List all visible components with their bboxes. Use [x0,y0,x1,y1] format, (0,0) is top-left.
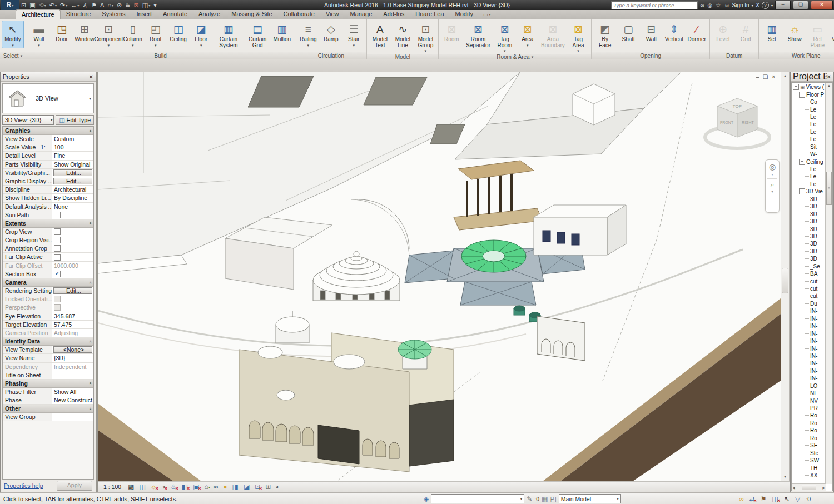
collapse-icon[interactable]: » [87,382,92,385]
property-edit-button[interactable]: Edit... [53,287,92,294]
viewer-button[interactable]: ◉Viewer [829,21,834,44]
tab-view[interactable]: View [320,9,345,19]
unpin-icon[interactable]: ◫× [772,496,778,502]
crop-region-icon[interactable]: ▣× [193,483,199,490]
revit-logo-button[interactable]: R▾ [1,0,19,10]
property-checkbox[interactable] [54,237,61,243]
property-value[interactable]: None [52,203,93,211]
editable-only-icon[interactable]: ∞ [739,496,744,502]
steering-wheel-dropdown-icon[interactable]: ▾ [771,172,773,176]
wall-opening-button[interactable]: ⊟Wall [640,21,662,44]
tab-modify[interactable]: Modify [450,9,479,19]
view-close-icon[interactable]: × [772,74,775,80]
worksharing-display-icon[interactable]: ◨ [232,483,239,490]
thin-lines-button[interactable]: ≋ [123,1,132,9]
tag-area-button[interactable]: ⊠Tag Area▾ [567,21,589,54]
reveal-hidden-elements-icon[interactable]: ● [223,483,227,490]
view-restore-icon[interactable]: ❏ [763,74,768,80]
tab-structure[interactable]: Structure [61,9,97,19]
expander-icon[interactable]: − [799,92,805,98]
search-input[interactable] [611,1,698,9]
panel-label[interactable]: Datum [710,52,758,59]
vertical-opening-button[interactable]: ⇕Vertical [663,21,685,44]
panel-label[interactable]: Build [26,52,295,59]
tab-collaborate[interactable]: Collaborate [278,9,320,19]
section-header-extents[interactable]: Extents» [3,219,93,228]
wall-button[interactable]: ▬Wall▾ [28,21,50,48]
switch-windows-button[interactable]: ◫▾ [141,1,152,9]
redo-button[interactable]: ↷▾ [58,1,69,9]
panel-label[interactable]: Circulation [295,52,366,59]
exchange-apps-icon[interactable]: X [756,2,759,8]
browser-hscrollbar[interactable]: ◀▶ [792,483,826,491]
design-option-combo[interactable]: Main Model▾ [559,494,621,503]
temporary-view-properties-icon[interactable]: ◪ [244,483,250,490]
property-value[interactable]: By Discipline [52,194,93,202]
sun-path-icon[interactable]: ☼× [151,483,157,490]
project-browser-close-icon[interactable]: ✕ [827,74,831,80]
zoom-icon[interactable]: ⌕ [771,181,774,188]
property-value[interactable] [52,371,93,379]
show-work-plane-button[interactable]: ☼Show [783,21,806,44]
property-value[interactable]: Independent [52,363,93,371]
save-button[interactable]: ▣ [28,1,37,9]
panel-label[interactable]: Work Plane [759,52,834,59]
floor-button[interactable]: ◪Floor▾ [190,21,212,48]
worksets-icon[interactable]: ◈ [424,496,429,502]
pin-icon[interactable]: ⚑ [761,496,767,502]
steering-wheel-icon[interactable]: ◎ [769,162,776,171]
locked-view-icon[interactable]: ⌂▪ [205,483,209,490]
press-drag-icon[interactable]: ↖ [784,496,790,502]
tag-room-button[interactable]: ⊠Tag Room▾ [494,21,516,54]
scale-button[interactable]: 1 : 100 [103,483,121,490]
expander-icon[interactable]: − [793,84,799,90]
filter-icon[interactable]: ▽ [795,496,800,502]
undo-button[interactable]: ↶▾ [48,1,58,9]
browser-vscrollbar[interactable]: ▲ ≡ [825,83,832,484]
scroll-thumb[interactable] [782,268,788,293]
ramp-button[interactable]: ◇Ramp [320,21,342,44]
tab-insert[interactable]: Insert [131,9,158,19]
property-value[interactable]: Adjusting [52,329,93,337]
model-group-button[interactable]: ⊡Model Group▾ [414,21,436,54]
sign-in-dropdown-icon[interactable]: ▾ [752,3,753,7]
model-text-button[interactable]: AModel Text [369,21,391,49]
property-value[interactable]: 57.475 [52,321,93,328]
component-button[interactable]: ⊡Component▾ [96,21,121,48]
tag-by-category-button[interactable]: ⚑ [90,1,98,9]
mullion-button[interactable]: ▥Mullion [271,21,293,44]
scroll-down-icon[interactable]: ▼ [781,473,789,481]
close-hidden-windows-button[interactable]: ⊠ [132,1,141,9]
text-button[interactable]: A [98,1,106,9]
section-header-phasing[interactable]: Phasing» [3,380,93,388]
visual-style-icon[interactable]: ◫ [139,483,145,490]
zoom-dropdown-icon[interactable]: ▾ [771,189,773,193]
property-value[interactable]: 100 [52,143,93,151]
collapse-icon[interactable]: » [87,407,92,410]
property-value[interactable]: New Construct... [52,396,93,404]
property-value[interactable] [52,413,93,421]
property-value[interactable]: {3D} [52,354,93,362]
properties-close-icon[interactable]: ✕ [89,74,93,80]
worksets-combo[interactable]: ▾ [431,494,524,503]
worksharing-requests-icon[interactable]: ⇄× [749,496,755,502]
expander-icon[interactable]: − [799,188,805,194]
section-header-graphics[interactable]: Graphics» [3,127,93,135]
panel-label[interactable]: Opening [592,52,709,59]
rendering-dialog-icon[interactable]: ♨× [171,483,177,490]
tab-add-ins[interactable]: Add-Ins [378,9,410,19]
property-edit-button[interactable]: Edit... [53,178,92,184]
tab-analyze[interactable]: Analyze [193,9,226,19]
collapse-view-bar-icon[interactable]: ◂ [275,484,278,490]
type-selector[interactable]: 3D View ▾ [2,83,94,113]
tab-architecture[interactable]: Architecture [16,9,61,19]
property-edit-button[interactable]: <None> [53,346,92,353]
model-line-button[interactable]: ∿Model Line [391,21,414,49]
property-value[interactable]: Architectural [52,186,93,193]
section-header-other[interactable]: Other» [3,405,93,413]
curtain-grid-button[interactable]: ▤Curtain Grid [245,21,270,49]
area-button[interactable]: ⊠Area▾ [517,21,539,48]
editing-requests-icon[interactable]: ✎ [527,496,532,502]
favorites-icon[interactable]: ☆ [716,2,721,8]
default-3d-view-button[interactable]: ⌂▾ [106,1,115,9]
